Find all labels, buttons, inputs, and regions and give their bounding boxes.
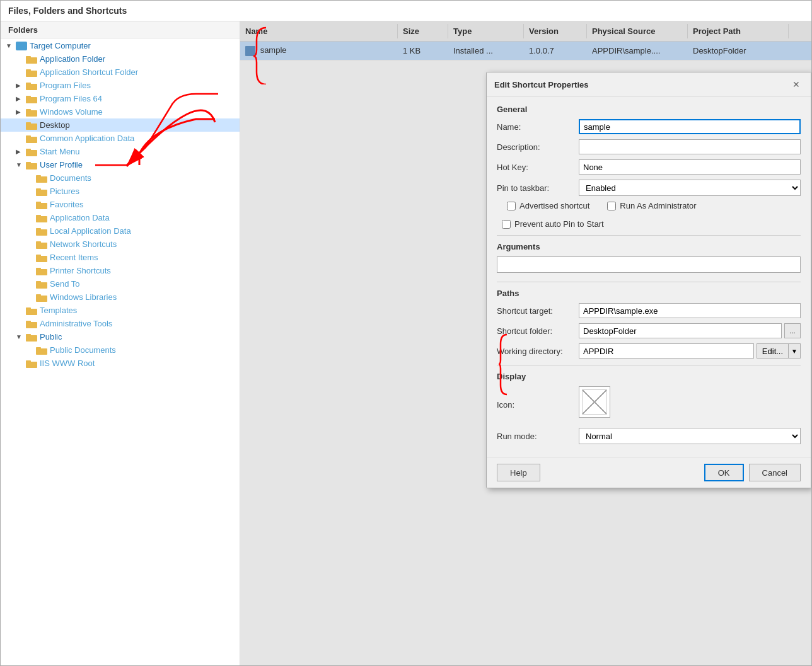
tree-item-windows-libraries[interactable]: Windows Libraries bbox=[1, 290, 240, 304]
icon-box[interactable] bbox=[579, 386, 610, 418]
tree-arrow-program-files-64[interactable]: ▶ bbox=[16, 95, 26, 102]
tree-item-application-folder[interactable]: Application Folder bbox=[1, 52, 240, 66]
tree-arrow-public[interactable]: ▼ bbox=[16, 333, 26, 340]
tree-item-application-shortcut-folder[interactable]: Application Shortcut Folder bbox=[1, 66, 240, 79]
general-section-label: General bbox=[497, 105, 801, 114]
tree-item-user-profile[interactable]: ▼ User Profile bbox=[1, 158, 240, 171]
svg-rect-3 bbox=[26, 69, 31, 72]
content-area: Folders ▼Target Computer Application Fol… bbox=[1, 21, 811, 665]
tree-item-start-menu[interactable]: ▶ Start Menu bbox=[1, 145, 240, 158]
tree-arrow-start-menu[interactable]: ▶ bbox=[16, 148, 26, 155]
name-label: Name: bbox=[497, 122, 579, 132]
folder-icon bbox=[26, 81, 37, 90]
svg-rect-21 bbox=[36, 188, 41, 191]
folder-icon bbox=[36, 253, 47, 262]
tree-item-documents[interactable]: Documents bbox=[1, 171, 240, 185]
svg-rect-15 bbox=[26, 149, 31, 151]
tree-label-documents: Documents bbox=[50, 173, 91, 183]
shortcut-folder-input[interactable] bbox=[579, 323, 782, 338]
svg-rect-7 bbox=[26, 96, 31, 98]
tree-item-public-documents[interactable]: Public Documents bbox=[1, 343, 240, 357]
tree-label-user-profile: User Profile bbox=[40, 160, 83, 169]
tree-arrow-user-profile[interactable]: ▼ bbox=[16, 161, 26, 168]
tree-item-recent-items[interactable]: Recent Items bbox=[1, 251, 240, 264]
dialog-title: Edit Shortcut Properties bbox=[494, 80, 589, 89]
paths-section-label: Paths bbox=[497, 289, 801, 298]
tree-arrow-windows-volume[interactable]: ▶ bbox=[16, 108, 26, 115]
folder-icon bbox=[36, 240, 47, 249]
svg-rect-5 bbox=[26, 83, 31, 85]
cancel-button[interactable]: Cancel bbox=[749, 464, 801, 481]
dialog-overlay: Edit Shortcut Properties ✕ General Name:… bbox=[240, 21, 811, 665]
display-section-label: Display bbox=[497, 372, 801, 381]
icon-label: Icon: bbox=[497, 400, 579, 410]
tree-item-iis-www-root[interactable]: IIS WWW Root bbox=[1, 357, 240, 370]
icon-placeholder bbox=[582, 389, 607, 415]
tree-item-windows-volume[interactable]: ▶ Windows Volume bbox=[1, 105, 240, 118]
shortcut-target-input[interactable] bbox=[579, 303, 801, 318]
tree-item-local-app-data[interactable]: Local Application Data bbox=[1, 224, 240, 238]
working-directory-edit-arrow-button[interactable]: ▼ bbox=[789, 343, 801, 359]
svg-rect-39 bbox=[26, 307, 31, 310]
tree-item-send-to[interactable]: Send To bbox=[1, 277, 240, 290]
svg-rect-35 bbox=[36, 281, 41, 284]
svg-rect-9 bbox=[26, 109, 31, 112]
tree-item-network-shortcuts[interactable]: Network Shortcuts bbox=[1, 238, 240, 251]
tree-label-administrative-tools: Administrative Tools bbox=[40, 319, 112, 328]
tree-item-templates[interactable]: Templates bbox=[1, 304, 240, 317]
tree-item-pictures[interactable]: Pictures bbox=[1, 185, 240, 198]
folders-header: Folders bbox=[1, 21, 240, 39]
ok-button[interactable]: OK bbox=[704, 464, 744, 481]
folder-icon bbox=[36, 280, 47, 289]
tree-item-desktop[interactable]: Desktop bbox=[1, 118, 240, 132]
tree-item-target-computer[interactable]: ▼Target Computer bbox=[1, 39, 240, 52]
hotkey-input[interactable] bbox=[579, 159, 801, 175]
working-directory-input[interactable] bbox=[579, 343, 754, 359]
tree-item-printer-shortcuts[interactable]: Printer Shortcuts bbox=[1, 264, 240, 277]
description-input[interactable] bbox=[579, 139, 801, 154]
svg-rect-19 bbox=[36, 175, 41, 178]
tree-arrow-target-computer[interactable]: ▼ bbox=[6, 42, 16, 49]
icon-row: Icon: bbox=[497, 386, 801, 423]
folder-icon bbox=[36, 174, 47, 183]
prevent-auto-pin-checkbox[interactable] bbox=[502, 220, 511, 229]
tree-label-network-shortcuts: Network Shortcuts bbox=[50, 239, 117, 249]
tree-label-application-folder: Application Folder bbox=[40, 54, 105, 64]
tree-item-common-app-data[interactable]: Common Application Data bbox=[1, 132, 240, 145]
tree-label-program-files: Program Files bbox=[40, 81, 91, 90]
shortcut-folder-browse-button[interactable]: ... bbox=[784, 323, 801, 338]
folder-icon bbox=[26, 95, 37, 103]
pin-to-taskbar-select[interactable]: Enabled Disabled bbox=[579, 180, 801, 196]
name-input[interactable] bbox=[579, 119, 801, 134]
prevent-auto-pin-label: Prevent auto Pin to Start bbox=[514, 219, 604, 229]
dialog-close-button[interactable]: ✕ bbox=[789, 78, 803, 91]
hotkey-label: Hot Key: bbox=[497, 163, 579, 172]
tree-item-program-files[interactable]: ▶ Program Files bbox=[1, 79, 240, 92]
run-as-admin-label: Run As Administrator bbox=[620, 201, 696, 210]
arguments-input[interactable] bbox=[497, 256, 801, 273]
tree-item-program-files-64[interactable]: ▶ Program Files 64 bbox=[1, 92, 240, 105]
advertised-shortcut-checkbox[interactable] bbox=[507, 202, 516, 210]
svg-rect-13 bbox=[26, 135, 31, 138]
tree-arrow-program-files[interactable]: ▶ bbox=[16, 82, 26, 89]
tree-label-windows-libraries: Windows Libraries bbox=[50, 292, 117, 302]
dialog-body: General Name: Description: Hot Key: bbox=[487, 97, 811, 457]
title-bar: Files, Folders and Shortcuts bbox=[1, 1, 811, 21]
folder-icon bbox=[36, 267, 47, 275]
tree-label-public: Public bbox=[40, 332, 62, 342]
run-mode-select[interactable]: Normal Minimized Maximized bbox=[579, 428, 801, 444]
tree-item-public[interactable]: ▼ Public bbox=[1, 330, 240, 343]
tree-item-application-data[interactable]: Application Data bbox=[1, 211, 240, 224]
checkboxes-group: Advertised shortcut Run As Administrator bbox=[497, 201, 801, 214]
working-directory-edit-button[interactable]: Edit... bbox=[757, 343, 789, 359]
run-as-admin-checkbox[interactable] bbox=[607, 202, 616, 210]
name-row: Name: bbox=[497, 119, 801, 134]
svg-rect-33 bbox=[36, 268, 41, 270]
tree-label-start-menu: Start Menu bbox=[40, 147, 80, 156]
help-button[interactable]: Help bbox=[497, 464, 540, 481]
tree-item-administrative-tools[interactable]: Administrative Tools bbox=[1, 317, 240, 330]
folder-icon bbox=[26, 319, 37, 328]
folder-icon bbox=[36, 227, 47, 236]
tree-item-favorites[interactable]: Favorites bbox=[1, 198, 240, 211]
folder-icon bbox=[36, 214, 47, 222]
